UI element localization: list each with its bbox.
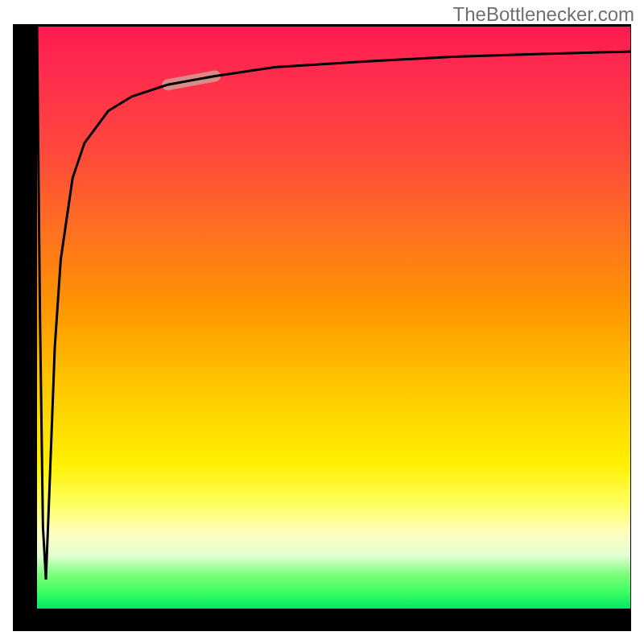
chart-container: TheBottlenecker.com — [0, 0, 644, 644]
curve-svg — [37, 27, 630, 609]
plot-area — [37, 27, 630, 609]
bottleneck-curve — [37, 27, 630, 580]
watermark-text: TheBottlenecker.com — [453, 3, 634, 26]
chart-frame — [13, 24, 631, 631]
